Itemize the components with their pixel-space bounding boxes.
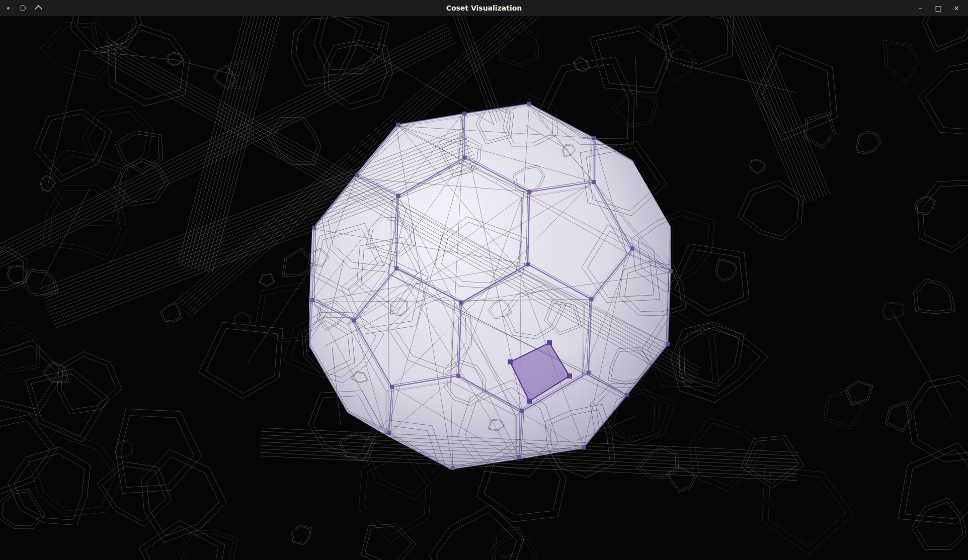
titlebar-left-icons — [0, 5, 41, 11]
circle-icon[interactable] — [20, 5, 26, 11]
titlebar[interactable]: Coset Visualization – □ × — [0, 0, 968, 16]
window-controls: – □ × — [915, 3, 968, 14]
close-button[interactable]: × — [951, 3, 962, 14]
app-window: Coset Visualization – □ × — [0, 0, 968, 560]
chevron-up-icon[interactable] — [35, 5, 43, 13]
viewport-canvas[interactable] — [0, 16, 968, 560]
minimize-button[interactable]: – — [915, 3, 926, 14]
maximize-button[interactable]: □ — [933, 3, 944, 14]
status-dot-icon — [7, 7, 10, 10]
window-title: Coset Visualization — [0, 4, 968, 12]
